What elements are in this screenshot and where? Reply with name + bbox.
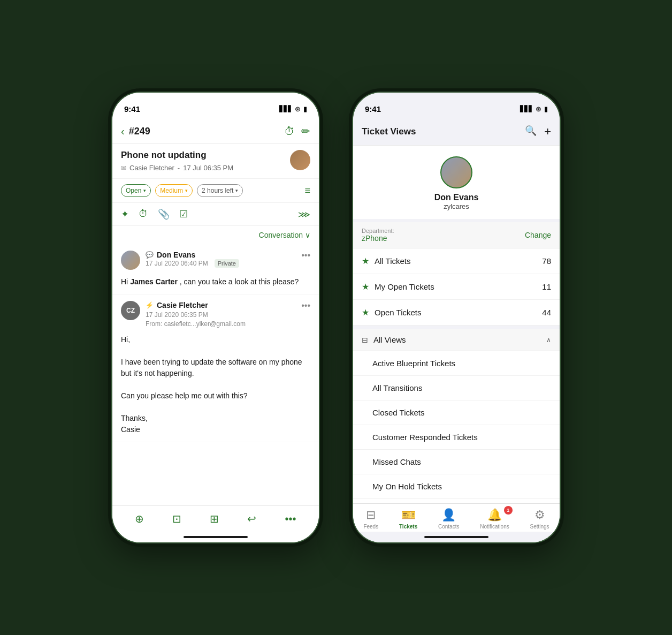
tv-title: Ticket Views xyxy=(362,126,416,137)
ticket-view-my-open[interactable]: ★ My Open Tickets 11 xyxy=(353,274,560,300)
feeds-icon: ⊟ xyxy=(366,508,376,522)
message-2-more[interactable]: ••• xyxy=(301,301,310,311)
star-all-tickets[interactable]: ★ xyxy=(362,256,369,266)
priority-chip[interactable]: Medium ▾ xyxy=(155,184,193,197)
attachment-icon[interactable]: 📎 xyxy=(158,208,170,220)
tickets-icon: 🎫 xyxy=(401,508,416,522)
nav-tickets[interactable]: 🎫 Tickets xyxy=(399,508,417,530)
all-views-left: ⊟ All Views xyxy=(362,335,406,344)
reply-icon[interactable]: ↩ xyxy=(247,512,256,525)
nav-contacts[interactable]: 👤 Contacts xyxy=(438,508,459,530)
signal-icon-2: ▋▋▋ xyxy=(520,105,533,112)
notification-badge-count: 1 xyxy=(504,506,513,515)
nav-feeds[interactable]: ⊟ Feeds xyxy=(363,508,378,530)
ticket-view-left-open: ★ Open Tickets xyxy=(362,307,422,318)
menu-icon[interactable]: ≡ xyxy=(304,185,310,196)
nav-notifications[interactable]: 🔔 1 Notifications xyxy=(480,508,509,530)
search-icon[interactable]: 🔍 xyxy=(525,125,537,139)
expand-icon[interactable]: ⋙ xyxy=(298,209,310,220)
ticket-date: 17 Jul 06:35 PM xyxy=(183,164,233,172)
all-views-label: All Views xyxy=(373,335,406,344)
priority-caret: ▾ xyxy=(185,188,188,193)
status-chip-open[interactable]: Open ▾ xyxy=(121,184,151,197)
feeds-label: Feeds xyxy=(363,524,378,530)
message-2-avatar: CZ xyxy=(121,301,140,320)
ticket-name-open: Open Tickets xyxy=(375,308,422,317)
ticket-view-all-tickets[interactable]: ★ All Tickets 78 xyxy=(353,248,560,274)
ticket-count-myopen: 11 xyxy=(542,282,551,291)
view-missed-chats[interactable]: Missed Chats xyxy=(353,450,560,474)
tv-header-icons: 🔍 + xyxy=(525,125,551,139)
message-1-more[interactable]: ••• xyxy=(301,251,310,260)
ticket-view-open[interactable]: ★ Open Tickets 44 xyxy=(353,300,560,326)
status-chips: Open ▾ Medium ▾ 2 hours left ▾ xyxy=(121,184,243,197)
back-button[interactable]: ‹ xyxy=(121,125,125,138)
conversation-caret: ∨ xyxy=(305,231,310,239)
lightning-icon: ⚡ xyxy=(146,301,154,309)
dept-info: Department: zPhone xyxy=(362,228,394,243)
ticket-list: ★ All Tickets 78 ★ My Open Tickets 11 xyxy=(353,248,560,503)
contacts-label: Contacts xyxy=(438,524,459,530)
chevron-up-icon: ∧ xyxy=(546,336,551,344)
status-label: Open xyxy=(126,187,141,194)
move-icon[interactable]: ⊕ xyxy=(135,512,144,525)
avatar-ticket xyxy=(290,150,310,170)
time-chip[interactable]: 2 hours left ▾ xyxy=(197,184,243,197)
ticket-number: #249 xyxy=(129,126,150,137)
ticket-author: Casie Fletcher xyxy=(129,164,174,172)
home-bar-2 xyxy=(424,536,488,538)
bottom-toolbar: ⊕ ⊡ ⊞ ↩ ••• xyxy=(112,505,319,532)
status-bar-2: 9:41 ▋▋▋ ⊛ ▮ xyxy=(353,93,560,119)
more-icon[interactable]: ••• xyxy=(285,513,296,525)
message-2-header: CZ ⚡ Casie Fletcher 17 Jul 2020 06:35 PM… xyxy=(121,301,310,328)
star-my-open[interactable]: ★ xyxy=(362,282,369,292)
time-caret: ▾ xyxy=(235,188,238,193)
view-all-transitions[interactable]: All Transitions xyxy=(353,376,560,400)
home-indicator-2 xyxy=(353,532,560,542)
department-row: Department: zPhone Change xyxy=(353,222,560,248)
profile-avatar xyxy=(440,156,472,188)
clock-icon[interactable]: ⏱ xyxy=(139,208,148,220)
ticket-info: Phone not updating ✉ Casie Fletcher - 17… xyxy=(112,143,319,179)
view-customer-responded[interactable]: Customer Responded Tickets xyxy=(353,425,560,450)
status-caret: ▾ xyxy=(143,188,146,193)
messages-area[interactable]: 💬 Don Evans 17 Jul 2020 06:40 PM Private… xyxy=(112,244,319,505)
user-profile: Don Evans zylcares xyxy=(353,146,560,222)
profile-company: zylcares xyxy=(444,202,469,210)
all-views-header[interactable]: ⊟ All Views ∧ xyxy=(353,329,560,351)
all-views-list: Active Blueprint Tickets All Transitions… xyxy=(353,351,560,499)
view-my-on-hold[interactable]: My On Hold Tickets xyxy=(353,474,560,499)
conversation-label[interactable]: Conversation ∨ xyxy=(259,231,310,239)
ticket-name-myopen: My Open Tickets xyxy=(375,282,434,291)
note-icon[interactable]: ⊞ xyxy=(210,512,219,525)
screen-body-1: ‹ #249 ⏱ ✏ Phone not updating ✉ Casie Fl… xyxy=(112,119,319,542)
message-2-time: 17 Jul 2020 06:35 PM xyxy=(146,311,208,319)
checklist-icon[interactable]: ☑ xyxy=(179,208,188,220)
star-open[interactable]: ★ xyxy=(362,307,369,318)
notifications-label: Notifications xyxy=(480,524,509,530)
home-bar-1 xyxy=(184,536,248,538)
nav-settings[interactable]: ⚙ Settings xyxy=(530,508,549,530)
edit-icon[interactable]: ✏ xyxy=(301,125,310,138)
conversation-header: Conversation ∨ xyxy=(112,226,319,244)
view-closed-tickets[interactable]: Closed Tickets xyxy=(353,400,560,425)
dept-change-button[interactable]: Change xyxy=(525,231,551,239)
ticket-name-all: All Tickets xyxy=(375,256,411,266)
dept-label: Department: xyxy=(362,228,394,234)
contacts-icon: 👤 xyxy=(441,508,456,522)
all-views-section: ⊟ All Views ∧ xyxy=(353,326,560,351)
wifi-icon: ⊛ xyxy=(295,105,301,113)
phone-ticket-views: 9:41 ▋▋▋ ⊛ ▮ Ticket Views 🔍 + Don Evans … xyxy=(352,92,561,543)
tickets-label: Tickets xyxy=(399,524,417,530)
lightbulb-icon[interactable]: ✦ xyxy=(121,208,129,220)
ticket-meta: ✉ Casie Fletcher - 17 Jul 06:35 PM xyxy=(121,164,233,172)
wifi-icon-2: ⊛ xyxy=(536,105,541,113)
add-icon[interactable]: + xyxy=(544,125,551,139)
view-active-blueprint[interactable]: Active Blueprint Tickets xyxy=(353,351,560,376)
template-icon[interactable]: ⊡ xyxy=(172,512,181,525)
ticket-header: ‹ #249 ⏱ ✏ xyxy=(112,119,319,143)
ticket-title: Phone not updating xyxy=(121,150,233,161)
ticket-status-row: Open ▾ Medium ▾ 2 hours left ▾ ≡ xyxy=(112,179,319,203)
timer-icon[interactable]: ⏱ xyxy=(284,125,295,138)
message-2: CZ ⚡ Casie Fletcher 17 Jul 2020 06:35 PM… xyxy=(112,294,319,442)
